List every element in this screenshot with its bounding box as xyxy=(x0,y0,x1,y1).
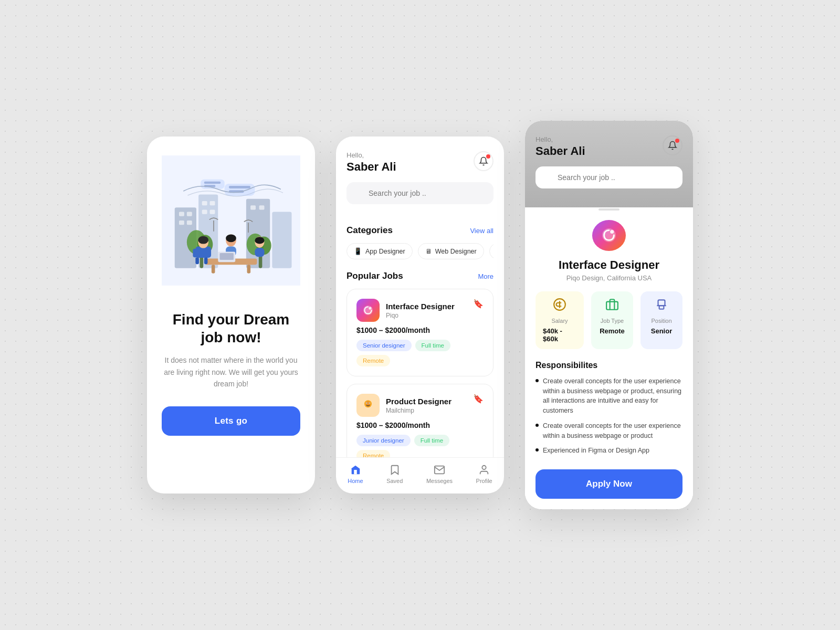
dollar-icon xyxy=(553,298,566,311)
greeting-name: Saber Ali xyxy=(346,160,396,174)
job-card-left-1: Product Designer Mailchimp xyxy=(356,394,452,417)
svg-point-57 xyxy=(610,230,614,234)
svg-rect-9 xyxy=(202,201,207,205)
svg-rect-4 xyxy=(272,212,291,268)
chair-icon xyxy=(655,298,668,311)
detail-greeting-hello: Hello, xyxy=(536,135,585,143)
categories-title: Categories xyxy=(346,225,393,236)
responsibility-1: Create overall concepts for the user exp… xyxy=(536,421,682,441)
job-title-1: Product Designer xyxy=(386,397,452,406)
illustration-area xyxy=(162,136,300,304)
job-card-left-0: Interface Designer Piqo xyxy=(356,299,455,322)
piqo-logo-detail-icon xyxy=(600,226,618,245)
search-wrapper: 🔍 xyxy=(346,182,494,215)
job-card-header-1: Product Designer Mailchimp 🔖 xyxy=(356,394,484,417)
briefcase-icon xyxy=(605,298,619,311)
company-logo-0 xyxy=(356,299,380,322)
salary-value: $40k - $60k xyxy=(543,327,576,343)
detail-greeting-row: Hello, Saber Ali xyxy=(536,135,682,158)
onboarding-subtitle: It does not matter where in the world yo… xyxy=(162,354,300,390)
job-title-0: Interface Designer xyxy=(386,302,455,311)
jobtype-label: Job Type xyxy=(601,318,624,324)
view-all-link[interactable]: View all xyxy=(470,227,494,235)
job-info-0: Interface Designer Piqo xyxy=(386,302,455,319)
detail-notification-dot xyxy=(675,139,679,143)
svg-rect-28 xyxy=(212,265,215,274)
salary-1: $1000 – $2000/month xyxy=(356,421,484,429)
job-detail-screen: Hello, Saber Ali 🔍 xyxy=(525,121,693,509)
nav-messages-label: Messeges xyxy=(426,478,453,484)
company-logo-1 xyxy=(356,394,380,417)
bookmark-icon-0[interactable]: 🔖 xyxy=(473,299,484,309)
svg-rect-11 xyxy=(202,209,207,214)
company-logo-detail xyxy=(592,220,626,251)
category-chip-graphic[interactable]: 🎨 Grap xyxy=(489,243,494,259)
categories-header: Categories View all xyxy=(346,225,494,236)
app-designer-icon: 📱 xyxy=(354,247,362,255)
tags-row-0: Senior designer Full time Remote xyxy=(356,340,484,366)
svg-point-53 xyxy=(366,403,367,403)
greeting-hello: Hello, xyxy=(346,151,396,159)
popular-jobs-header: Popular Jobs More xyxy=(346,271,494,281)
apply-now-button[interactable]: Apply Now xyxy=(536,469,682,499)
category-chip-app[interactable]: 📱 App Designer xyxy=(346,243,413,259)
svg-rect-7 xyxy=(179,220,184,225)
svg-rect-16 xyxy=(229,186,250,188)
svg-rect-6 xyxy=(187,212,192,216)
svg-point-39 xyxy=(226,234,236,242)
company-name-1: Mailchimp xyxy=(386,407,452,414)
job-detail-title: Interface Designer xyxy=(536,258,682,272)
responsibility-0: Create overall concepts for the user exp… xyxy=(536,376,682,416)
mailchimp-logo-icon xyxy=(361,398,375,413)
notification-dot xyxy=(486,154,490,159)
nav-saved[interactable]: Saved xyxy=(386,464,403,484)
tag-fulltime-1: Full time xyxy=(414,435,449,446)
bullet-1 xyxy=(536,424,539,427)
svg-rect-8 xyxy=(187,220,192,225)
nav-profile-label: Profile xyxy=(476,478,492,484)
detail-search-input[interactable] xyxy=(536,166,682,188)
nav-profile[interactable]: Profile xyxy=(476,464,492,484)
onboarding-content: Find your Dream job now! It does not mat… xyxy=(162,304,300,475)
tag-fulltime-0: Full time xyxy=(415,340,450,351)
company-name-0: Piqo xyxy=(386,312,455,319)
detail-search-wrapper: 🔍 xyxy=(536,166,682,199)
more-link[interactable]: More xyxy=(478,272,494,280)
detail-notification-button[interactable] xyxy=(663,135,682,155)
category-chip-web[interactable]: 🖥 Web Designer xyxy=(418,243,484,259)
svg-rect-35 xyxy=(198,248,208,258)
jobtype-icon xyxy=(605,298,619,314)
tag-senior-0: Senior designer xyxy=(356,340,412,351)
svg-rect-61 xyxy=(658,300,665,306)
nav-messages[interactable]: Messeges xyxy=(426,464,453,484)
tag-junior-1: Junior designer xyxy=(356,435,411,446)
job-detail-header: Hello, Saber Ali 🔍 xyxy=(525,121,693,207)
salary-0: $1000 – $2000/month xyxy=(356,326,484,334)
lets-go-button[interactable]: Lets go xyxy=(162,406,300,436)
popular-jobs-title: Popular Jobs xyxy=(346,271,403,281)
svg-point-42 xyxy=(255,237,264,244)
svg-rect-3 xyxy=(246,199,270,268)
profile-icon xyxy=(478,464,490,476)
notification-button[interactable] xyxy=(474,151,494,171)
job-card-1[interactable]: Product Designer Mailchimp 🔖 $1000 – $20… xyxy=(346,384,494,457)
job-card-0[interactable]: Interface Designer Piqo 🔖 $1000 – $2000/… xyxy=(346,289,494,376)
svg-rect-10 xyxy=(210,201,215,205)
bottom-nav: Home Saved Messeges Profile xyxy=(336,457,504,494)
svg-point-55 xyxy=(482,466,486,469)
home-icon xyxy=(350,464,361,476)
bullet-2 xyxy=(536,448,539,452)
drag-handle xyxy=(598,208,620,211)
bookmark-icon-1[interactable]: 🔖 xyxy=(473,394,484,404)
piqo-logo-icon xyxy=(361,303,375,317)
stat-position: Position Senior xyxy=(640,291,682,349)
nav-home[interactable]: Home xyxy=(348,464,363,484)
nav-saved-label: Saved xyxy=(386,478,403,484)
svg-rect-33 xyxy=(204,257,208,264)
tag-remote-0: Remote xyxy=(356,355,390,366)
job-card-header-0: Interface Designer Piqo 🔖 xyxy=(356,299,484,322)
position-icon xyxy=(655,298,668,314)
home-screen: Hello, Saber Ali 🔍 Categories View all 📱 xyxy=(336,136,504,494)
greeting-row: Hello, Saber Ali xyxy=(346,151,494,174)
search-input[interactable] xyxy=(346,182,494,204)
